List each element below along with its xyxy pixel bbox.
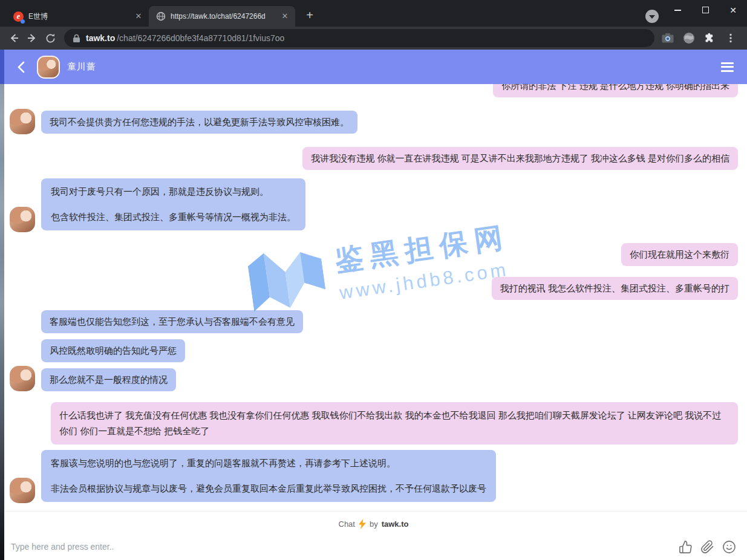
- tab-esb[interactable]: e E世博 ✕: [6, 6, 149, 27]
- chat-message-agent: 客服端也仅能告知您到这，至于您承认与否客服端不会有意见: [41, 310, 303, 333]
- tab-close-icon[interactable]: ✕: [133, 11, 144, 22]
- chat-header: 童川蔷: [0, 50, 747, 84]
- chat-message-user: 你们现在就用这个来敷衍: [621, 243, 738, 266]
- agent-avatar: [10, 478, 35, 503]
- extension-area: [659, 32, 742, 44]
- visitor-avatar: [37, 56, 60, 79]
- brand-pre: Chat: [339, 519, 355, 529]
- back-button[interactable]: [5, 29, 23, 47]
- agent-avatar: [10, 207, 35, 232]
- agent-avatar: [10, 366, 35, 391]
- reload-icon: [45, 33, 56, 44]
- tab-title: E世博: [28, 11, 128, 22]
- chat-message-agent: 风控既然敢明确的告知此号严惩: [41, 339, 185, 362]
- window-controls: ✕: [664, 0, 747, 20]
- globe-favicon-icon: [156, 11, 166, 21]
- minimize-icon: [674, 10, 681, 11]
- message-input-row: [0, 533, 747, 560]
- tab-overflow-button[interactable]: [645, 10, 659, 23]
- visitor-name: 童川蔷: [67, 61, 96, 73]
- input-actions: [679, 540, 736, 554]
- new-tab-button[interactable]: +: [301, 7, 318, 24]
- reload-button[interactable]: [41, 29, 59, 47]
- watermark-url: www.jhdb8.com: [338, 258, 515, 304]
- camera-extension-icon[interactable]: [662, 33, 674, 44]
- chat-message-agent: 客服该与您说明的也与您说明了，重复的问题客服就不再赘述，再请参考下上述说明。非法…: [41, 450, 496, 502]
- chat-message-agent: 我司不会提供贵方任何您违规的手法，以避免更新手法导致风控审核困难。: [41, 111, 357, 134]
- chat-page: 童川蔷 你所谓的非法 下注 违规 是什么地方违规 你明确的指出来 我司不会提供贵…: [0, 50, 747, 560]
- chevron-left-icon: [17, 61, 25, 73]
- chat-footer: Chat by tawk.to: [0, 511, 747, 560]
- back-arrow-icon: [8, 32, 20, 44]
- chat-message-user: 我打的视讯 我怎么软件投注、集团式投注、多重帐号的打: [492, 277, 738, 300]
- forward-button[interactable]: [23, 29, 41, 47]
- watermark: 鉴黑担保网 www.jhdb8.com: [246, 215, 515, 318]
- watermark-logo-icon: [246, 241, 328, 319]
- lightning-bolt-icon: [359, 519, 366, 529]
- chat-message-user: 我讲我没有违规 你就一直在讲我违规 可是又讲不出来我那地方违规了 我冲这么多钱 …: [302, 147, 738, 170]
- brand-name: tawk.to: [382, 519, 409, 529]
- thumbs-up-icon[interactable]: [679, 540, 693, 554]
- minimize-button[interactable]: [664, 0, 691, 20]
- agent-avatar: [10, 109, 35, 134]
- url-bar[interactable]: tawk.to /chat/6247266d0bfe3f4a87710d81/1…: [64, 29, 654, 47]
- extensions-puzzle-icon[interactable]: [704, 32, 716, 44]
- message-list: 你所谓的非法 下注 违规 是什么地方违规 你明确的指出来 我司不会提供贵方任何您…: [0, 84, 747, 511]
- watermark-title: 鉴黑担保网: [333, 218, 512, 280]
- emoji-smiley-icon[interactable]: [722, 540, 736, 554]
- chat-message-agent: 那么您就不是一般程度的情况: [41, 368, 176, 391]
- esb-favicon-icon: e: [13, 11, 24, 22]
- tab-close-icon[interactable]: ✕: [279, 11, 290, 22]
- tab-strip: e E世博 ✕ https://tawk.to/chat/6247266d ✕ …: [0, 0, 747, 27]
- tawk-branding[interactable]: Chat by tawk.to: [0, 512, 747, 529]
- chat-message-user: 你所谓的非法 下注 违规 是什么地方违规 你明确的指出来: [493, 84, 738, 97]
- lock-icon: [73, 34, 80, 43]
- maximize-button[interactable]: [691, 0, 719, 20]
- chevron-down-icon: [649, 15, 655, 19]
- browser-titlebar: e E世博 ✕ https://tawk.to/chat/6247266d ✕ …: [0, 0, 747, 27]
- message-input[interactable]: [11, 542, 670, 552]
- chat-message-user: 什么话我也讲了 我充值没有任何优惠 我也没有拿你们任何优惠 我取钱你们不给我出款…: [51, 402, 738, 444]
- maximize-icon: [702, 7, 709, 13]
- url-host: tawk.to: [86, 33, 115, 43]
- url-path: /chat/6247266d0bfe3f4a87710d81/1fvius7oo: [117, 33, 284, 43]
- forward-arrow-icon: [26, 32, 38, 44]
- chat-menu-button[interactable]: [721, 62, 734, 72]
- browser-menu-kebab-icon[interactable]: [725, 33, 736, 44]
- tab-title: https://tawk.to/chat/6247266d: [171, 12, 275, 21]
- close-button[interactable]: ✕: [719, 0, 747, 20]
- attachment-paperclip-icon[interactable]: [700, 540, 714, 554]
- tab-tawk-chat[interactable]: https://tawk.to/chat/6247266d ✕: [149, 6, 295, 27]
- globe-extension-icon[interactable]: [683, 32, 695, 44]
- brand-mid: by: [370, 519, 378, 529]
- chat-message-agent: 我司对于废号只有一个原因，那就是违反协议与规则。包含软件投注、集团式投注、多重帐…: [41, 178, 305, 230]
- background-page-strip: [0, 50, 4, 560]
- back-chevron-button[interactable]: [17, 61, 25, 73]
- browser-toolbar: tawk.to /chat/6247266d0bfe3f4a87710d81/1…: [0, 27, 747, 50]
